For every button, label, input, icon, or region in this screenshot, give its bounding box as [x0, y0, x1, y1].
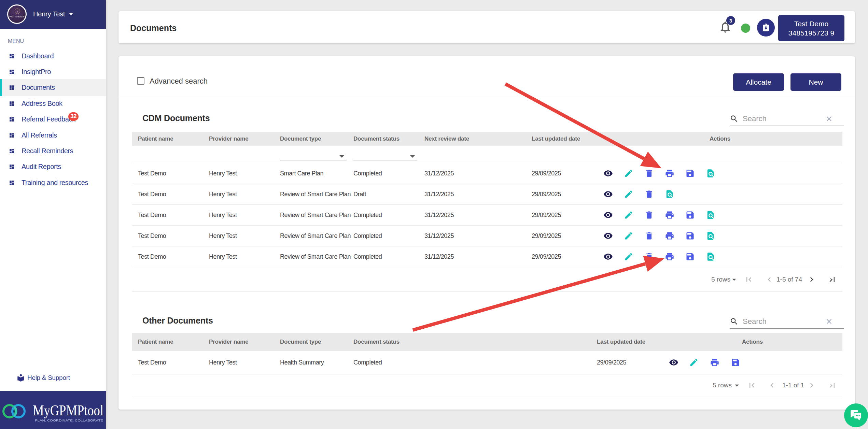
- svg-text:PLAN. COORDINATE. COLLABORATE: PLAN. COORDINATE. COLLABORATE: [35, 419, 103, 422]
- svg-text:MyGPMPtool: MyGPMPtool: [33, 402, 103, 419]
